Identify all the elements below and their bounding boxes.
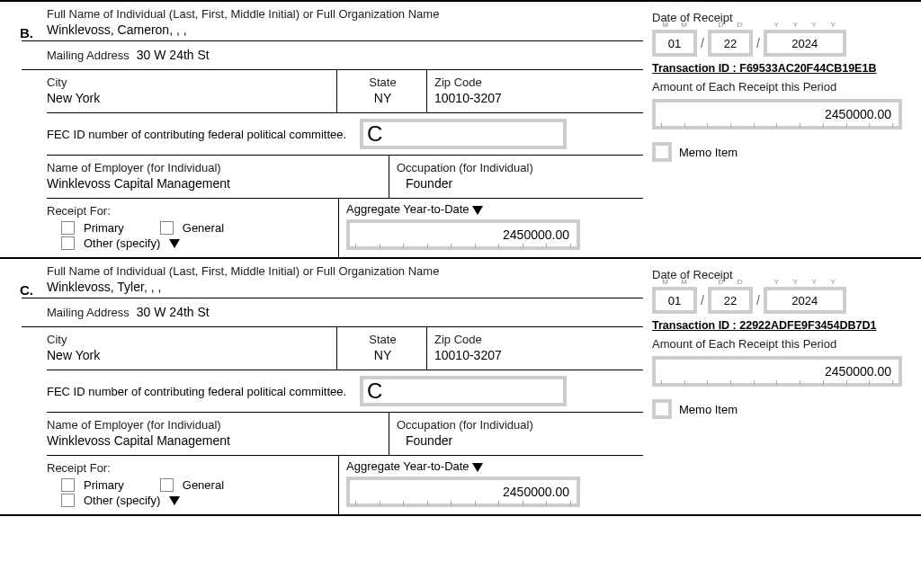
- state-label: State: [344, 72, 421, 91]
- amount-value: 2450000.00: [825, 107, 891, 121]
- receipt-for-label: Receipt For:: [47, 200, 333, 219]
- transaction-id-label: Transaction ID :: [652, 319, 737, 332]
- general-checkbox[interactable]: [160, 478, 174, 492]
- fec-id-row: FEC ID number of contributing federal po…: [47, 370, 643, 413]
- receipt-other-row: Other (specify): [61, 494, 333, 507]
- zip-value: 10010-3207: [434, 348, 638, 366]
- transaction-id-label: Transaction ID :: [652, 62, 737, 75]
- other-label: Other (specify): [84, 236, 160, 250]
- receipt-for-label: Receipt For:: [47, 458, 333, 477]
- transaction-id: Transaction ID : 22922ADFE9F3454DB7D1: [652, 319, 916, 332]
- occupation-label: Occupation (for Individual): [397, 157, 638, 176]
- memo-row: Memo Item: [652, 142, 916, 162]
- zip-label: Zip Code: [434, 72, 638, 91]
- fec-c-prefix: C: [363, 379, 386, 404]
- employer-label: Name of Employer (for Individual): [47, 414, 383, 433]
- employer-value: Winklevoss Capital Management: [47, 433, 383, 451]
- primary-label: Primary: [84, 478, 124, 492]
- amount-box[interactable]: 2450000.00: [652, 356, 902, 387]
- amount-box[interactable]: 2450000.00: [652, 99, 902, 129]
- memo-label: Memo Item: [679, 403, 738, 416]
- receipt-primary-general-row: Primary General: [61, 221, 333, 235]
- employer-occupation-row: Name of Employer (for Individual) Winkle…: [47, 413, 643, 456]
- zip-cell: Zip Code 10010-3207: [427, 70, 643, 112]
- general-checkbox[interactable]: [160, 221, 174, 235]
- dropdown-icon[interactable]: [472, 206, 483, 215]
- fec-id-row: FEC ID number of contributing federal po…: [47, 113, 643, 156]
- mailing-block: Mailing Address 30 W 24th St: [22, 298, 643, 327]
- date-day-box[interactable]: DD 22: [708, 287, 753, 314]
- city-value: New York: [47, 348, 331, 366]
- date-day-box[interactable]: DD 22: [708, 30, 753, 57]
- fec-id-label: FEC ID number of contributing federal po…: [47, 379, 353, 404]
- general-label: General: [183, 478, 224, 492]
- full-name-value: Winklevoss, Cameron, , ,: [47, 22, 643, 40]
- left-column: C. Full Name of Individual (Last, First,…: [0, 259, 643, 514]
- transaction-id-value: 22922ADFE9F3454DB7D1: [739, 319, 876, 332]
- aggregate-label-row: Aggregate Year-to-Date: [346, 459, 636, 473]
- date-year: 2024: [791, 37, 818, 50]
- general-label: General: [183, 221, 224, 235]
- date-mm-header: MM: [656, 21, 693, 29]
- date-month-box[interactable]: MM 01: [652, 30, 697, 57]
- mailing-value: 30 W 24th St: [137, 48, 210, 66]
- other-label: Other (specify): [84, 494, 160, 507]
- dropdown-icon[interactable]: [169, 239, 180, 248]
- full-name-label: Full Name of Individual (Last, First, Mi…: [47, 261, 643, 280]
- primary-checkbox[interactable]: [61, 478, 75, 492]
- employer-label: Name of Employer (for Individual): [47, 157, 383, 176]
- contributor-record: C. Full Name of Individual (Last, First,…: [0, 257, 921, 516]
- aggregate-cell: Aggregate Year-to-Date 2450000.00: [339, 199, 643, 257]
- dropdown-icon[interactable]: [169, 496, 180, 505]
- fec-id-box[interactable]: C: [360, 119, 567, 149]
- date-day: 22: [724, 294, 737, 307]
- date-dd-header: DD: [711, 21, 749, 29]
- aggregate-ytd-box[interactable]: 2450000.00: [346, 477, 580, 507]
- other-checkbox[interactable]: [61, 494, 75, 507]
- dropdown-icon[interactable]: [472, 463, 483, 472]
- fec-id-box[interactable]: C: [360, 376, 567, 406]
- aggregate-label: Aggregate Year-to-Date: [346, 459, 469, 473]
- date-slash: /: [701, 293, 704, 307]
- mailing-block: Mailing Address 30 W 24th St: [22, 41, 643, 70]
- occupation-cell: Occupation (for Individual) Founder: [389, 156, 643, 198]
- occupation-cell: Occupation (for Individual) Founder: [389, 413, 643, 455]
- amount-label: Amount of Each Receipt this Period: [652, 334, 916, 352]
- occupation-value: Founder: [397, 433, 638, 451]
- memo-row: Memo Item: [652, 399, 916, 419]
- date-row: MM 01 / DD 22 / YYYY 2024: [652, 30, 916, 57]
- city-cell: City New York: [47, 327, 337, 370]
- memo-checkbox[interactable]: [652, 399, 672, 419]
- other-checkbox[interactable]: [61, 236, 75, 250]
- state-label: State: [344, 329, 421, 348]
- aggregate-label-row: Aggregate Year-to-Date: [346, 202, 636, 216]
- date-yyyy-header: YYYY: [767, 278, 843, 286]
- fec-id-input-wrap: C: [353, 113, 643, 155]
- aggregate-ytd-box[interactable]: 2450000.00: [346, 219, 580, 250]
- date-year-box[interactable]: YYYY 2024: [764, 30, 846, 57]
- date-yyyy-header: YYYY: [767, 21, 843, 29]
- date-month-box[interactable]: MM 01: [652, 287, 697, 314]
- date-year-box[interactable]: YYYY 2024: [764, 287, 846, 314]
- receipt-aggregate-row: Receipt For: Primary General Other (spec…: [47, 456, 643, 514]
- primary-label: Primary: [84, 221, 124, 235]
- fec-c-prefix: C: [363, 121, 386, 147]
- memo-checkbox[interactable]: [652, 142, 672, 162]
- employer-occupation-row: Name of Employer (for Individual) Winkle…: [47, 156, 643, 199]
- contributor-record: B. Full Name of Individual (Last, First,…: [0, 0, 921, 257]
- city-label: City: [47, 329, 331, 348]
- zip-label: Zip Code: [434, 329, 638, 348]
- date-month: 01: [668, 37, 681, 50]
- memo-label: Memo Item: [679, 146, 738, 159]
- aggregate-ytd-value: 2450000.00: [503, 485, 569, 499]
- mailing-label: Mailing Address: [47, 45, 130, 64]
- record-letter: C.: [20, 282, 33, 298]
- date-slash: /: [756, 36, 760, 50]
- date-dd-header: DD: [711, 278, 749, 286]
- receipt-for-cell: Receipt For: Primary General Other (spec…: [47, 199, 339, 257]
- zip-cell: Zip Code 10010-3207: [427, 327, 643, 370]
- receipt-primary-general-row: Primary General: [61, 478, 333, 492]
- full-name-value: Winklevoss, Tyler, , ,: [47, 280, 643, 298]
- zip-value: 10010-3207: [434, 91, 638, 109]
- primary-checkbox[interactable]: [61, 221, 75, 235]
